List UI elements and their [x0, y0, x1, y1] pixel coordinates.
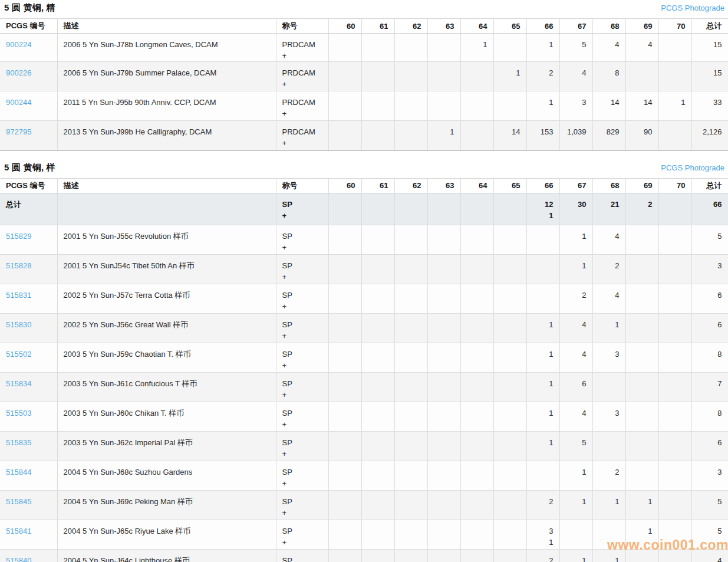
pcgs-number-link[interactable]: 515831 — [6, 291, 31, 300]
pcgs-number-cell: 900244 — [0, 91, 57, 121]
designation-cell: SP — [276, 549, 328, 562]
grade-63-cell — [427, 402, 460, 431]
grade-63-cell — [427, 490, 460, 520]
description-cell: 2003 5 Yn Sun-J62c Imperial Pal 样币 — [57, 431, 276, 461]
pcgs-number-link[interactable]: 515834 — [6, 379, 31, 388]
grade-69-cell — [625, 431, 658, 461]
designation-cell: SP + — [276, 461, 328, 490]
pcgs-photograde-link[interactable]: PCGS Photograde — [661, 163, 724, 172]
table-row: 5158452004 5 Yn Sun-J69c Peking Man 样币SP… — [0, 490, 728, 520]
description-cell: 2004 5 Yn Sun-J69c Peking Man 样币 — [57, 490, 276, 520]
grade-68-cell: 4 — [592, 225, 625, 254]
pcgs-number-link[interactable]: 515830 — [6, 320, 31, 329]
grade-61-cell — [361, 313, 394, 343]
grade-67-cell — [559, 520, 592, 549]
pcgs-number-cell: 900226 — [0, 62, 57, 91]
grade-68-cell: 2 — [592, 254, 625, 284]
pcgs-number-link[interactable]: 515828 — [6, 261, 31, 270]
total-cell: 5 — [691, 225, 728, 254]
pcgs-number-link[interactable]: 515502 — [6, 350, 31, 359]
designation-cell: SP + — [276, 343, 328, 372]
table-row: 5155022003 5 Yn Sun-J59c Chaotian T. 样币S… — [0, 343, 728, 372]
grade-66-cell: 2 — [526, 549, 559, 562]
grade-68-cell: 829 — [592, 121, 625, 150]
grade-64-cell: 1 — [460, 34, 493, 62]
grade-67-cell: 2 — [559, 284, 592, 313]
pcgs-number-link[interactable]: 515835 — [6, 438, 31, 447]
grade-63-cell: 1 — [427, 121, 460, 150]
designation-cell: SP + — [276, 254, 328, 284]
grade-70-cell — [658, 313, 691, 343]
grade-61-cell — [361, 520, 394, 549]
grade-61-cell — [361, 372, 394, 402]
grade-65-cell: 14 — [493, 121, 526, 150]
section-specimen: 5 圆 黄铜, 样 PCGS Photograde PCGS 编号 描述 称号 … — [0, 162, 728, 562]
pcgs-number-link[interactable]: 515845 — [6, 497, 31, 506]
pcgs-number-link[interactable]: 515841 — [6, 527, 31, 535]
pcgs-number-cell: 515834 — [0, 372, 57, 402]
grade-62-cell — [394, 254, 427, 284]
grade-60-cell — [328, 402, 361, 431]
description-cell: 2004 5 Yn Sun-J65c Riyue Lake 样币 — [57, 520, 276, 549]
col-header-grade-68: 68 — [592, 19, 625, 34]
table-row: 5158442004 5 Yn Sun-J68c Suzhou GardensS… — [0, 461, 728, 490]
col-header-grade-63: 63 — [427, 19, 460, 34]
grade-62-cell — [394, 121, 427, 150]
designation-cell: PRDCAM + — [276, 121, 328, 150]
grade-66-cell: 3 1 — [526, 520, 559, 549]
grade-65-cell — [493, 343, 526, 372]
grade-66-cell: 2 — [526, 62, 559, 91]
pcgs-number-link[interactable]: 515840 — [6, 556, 31, 562]
grade-66-cell: 1 — [526, 431, 559, 461]
grade-60-cell — [328, 225, 361, 254]
grade-61-cell — [361, 254, 394, 284]
grade-67-cell: 4 — [559, 343, 592, 372]
pcgs-photograde-link[interactable]: PCGS Photograde — [661, 4, 724, 12]
pcgs-number-link[interactable]: 900224 — [6, 40, 31, 49]
grade-67-cell: 1 — [559, 549, 592, 562]
table-row: 9727952013 5 Yn Sun-J99b He Calligraphy,… — [0, 121, 728, 150]
grade-61-cell — [361, 461, 394, 490]
grade-68-cell: 1 — [592, 490, 625, 520]
grade-65-cell — [493, 402, 526, 431]
pcgs-number-link[interactable]: 900226 — [6, 68, 31, 77]
grade-63-cell — [427, 549, 460, 562]
pcgs-number-link[interactable]: 972795 — [6, 127, 31, 136]
description-cell: 2002 5 Yn Sun-J56c Great Wall 样币 — [57, 313, 276, 343]
pcgs-number-cell: 515831 — [0, 284, 57, 313]
grade-67-cell: 1 — [559, 461, 592, 490]
grade-70-cell — [658, 372, 691, 402]
grade-70-cell — [658, 402, 691, 431]
grade-67-cell: 3 — [559, 91, 592, 121]
grade-69-cell — [625, 372, 658, 402]
total-cell: 6 — [691, 431, 728, 461]
grade-62-cell — [394, 549, 427, 562]
col-header-grade-62: 62 — [394, 178, 427, 193]
grade-64-cell — [460, 313, 493, 343]
grade-66-cell: 1 — [526, 91, 559, 121]
pcgs-number-link[interactable]: 900244 — [6, 98, 31, 107]
total-cell: 5 — [691, 490, 728, 520]
description-cell: 2003 5 Yn Sun-J60c Chikan T. 样币 — [57, 402, 276, 431]
grade-62-cell — [394, 284, 427, 313]
total-cell: 66 — [691, 193, 728, 225]
pcgs-number-cell: 972795 — [0, 121, 57, 150]
grade-63-cell — [427, 461, 460, 490]
grade-63-cell — [427, 431, 460, 461]
pcgs-number-link[interactable]: 515844 — [6, 468, 31, 476]
grade-63-cell — [427, 343, 460, 372]
grade-70-cell — [658, 461, 691, 490]
grade-69-cell: 90 — [625, 121, 658, 150]
grade-65-cell — [493, 225, 526, 254]
description-cell — [57, 193, 276, 225]
total-cell: 8 — [691, 402, 728, 431]
grade-61-cell — [361, 225, 394, 254]
designation-cell: SP + — [276, 284, 328, 313]
grade-62-cell — [394, 313, 427, 343]
total-row-label: 总计 — [0, 193, 57, 225]
grade-62-cell — [394, 193, 427, 225]
pcgs-number-link[interactable]: 515503 — [6, 409, 31, 418]
table-row: 5155032003 5 Yn Sun-J60c Chikan T. 样币SP … — [0, 402, 728, 431]
pcgs-number-link[interactable]: 515829 — [6, 232, 31, 241]
col-header-designation: 称号 — [276, 178, 328, 193]
